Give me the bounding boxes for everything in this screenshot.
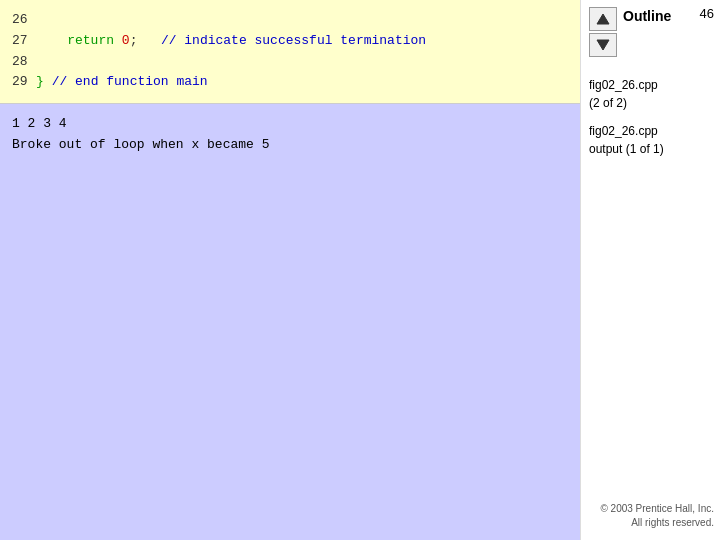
code-line-28: 28 <box>12 52 568 73</box>
copyright: © 2003 Prentice Hall, Inc. All rights re… <box>600 502 714 530</box>
file2-info: fig02_26.cpp output (1 of 1) <box>589 122 664 158</box>
copyright-line2: All rights reserved. <box>600 516 714 530</box>
line-number-27: 27 <box>12 31 36 52</box>
line-number-28: 28 <box>12 52 36 73</box>
code-line-26: 26 <box>12 10 568 31</box>
main-container: 26 27 return 0; // indicate successful t… <box>0 0 720 540</box>
svg-marker-1 <box>597 40 609 50</box>
code-line-29: 29 } // end function main <box>12 72 568 93</box>
outline-label: Outline <box>623 8 671 24</box>
nav-down-button[interactable] <box>589 33 617 57</box>
svg-marker-0 <box>597 14 609 24</box>
sidebar-header: Outline <box>589 6 712 66</box>
file1-pages: (2 of 2) <box>589 94 658 112</box>
nav-buttons <box>589 6 617 58</box>
sidebar: 46 Outline fig02_26.cpp (2 of 2) <box>580 0 720 540</box>
file2-pages: output (1 of 1) <box>589 140 664 158</box>
file2-name: fig02_26.cpp <box>589 122 664 140</box>
content-area: 26 27 return 0; // indicate successful t… <box>0 0 580 540</box>
nav-up-button[interactable] <box>589 7 617 31</box>
output-line-2: Broke out of loop when x became 5 <box>12 135 568 156</box>
code-text-27: return 0; // indicate successful termina… <box>36 31 426 52</box>
file1-name: fig02_26.cpp <box>589 76 658 94</box>
code-text-29: } // end function main <box>36 72 208 93</box>
up-arrow-icon <box>596 12 610 26</box>
down-arrow-icon <box>596 38 610 52</box>
line-number-26: 26 <box>12 10 36 31</box>
page-number: 46 <box>700 6 714 21</box>
code-line-27: 27 return 0; // indicate successful term… <box>12 31 568 52</box>
output-line-1: 1 2 3 4 <box>12 114 568 135</box>
line-number-29: 29 <box>12 72 36 93</box>
copyright-line1: © 2003 Prentice Hall, Inc. <box>600 502 714 516</box>
code-section: 26 27 return 0; // indicate successful t… <box>0 0 580 104</box>
file1-info: fig02_26.cpp (2 of 2) <box>589 76 658 112</box>
output-section: 1 2 3 4 Broke out of loop when x became … <box>0 104 580 540</box>
